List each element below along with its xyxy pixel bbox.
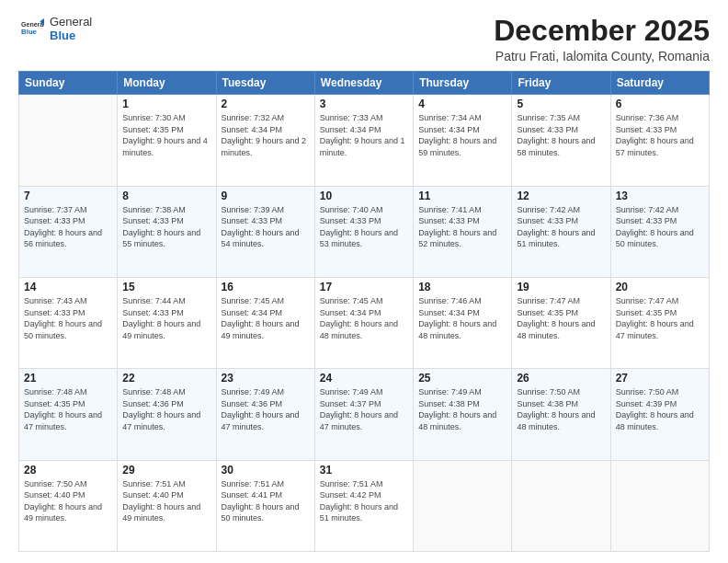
calendar-cell: 12Sunrise: 7:42 AMSunset: 4:33 PMDayligh…: [512, 186, 610, 277]
day-info: Sunrise: 7:44 AMSunset: 4:33 PMDaylight:…: [122, 295, 210, 341]
calendar-cell: 19Sunrise: 7:47 AMSunset: 4:35 PMDayligh…: [512, 277, 610, 368]
day-number: 1: [122, 98, 210, 110]
day-number: 27: [616, 372, 704, 385]
day-info: Sunrise: 7:45 AMSunset: 4:34 PMDaylight:…: [222, 295, 310, 341]
day-info: Sunrise: 7:35 AMSunset: 4:33 PMDaylight:…: [517, 112, 605, 158]
day-info: Sunrise: 7:47 AMSunset: 4:35 PMDaylight:…: [517, 295, 605, 341]
page-title: December 2025: [494, 15, 710, 47]
svg-text:General: General: [21, 21, 44, 28]
day-number: 5: [517, 98, 605, 110]
calendar-header-sunday: Sunday: [19, 72, 118, 95]
day-number: 19: [517, 281, 605, 293]
day-number: 26: [517, 372, 605, 385]
day-number: 11: [418, 190, 506, 202]
calendar-cell: 7Sunrise: 7:37 AMSunset: 4:33 PMDaylight…: [19, 186, 118, 277]
calendar-cell: [610, 460, 709, 551]
calendar-cell: 4Sunrise: 7:34 AMSunset: 4:34 PMDaylight…: [414, 95, 512, 186]
logo-blue: Blue: [50, 29, 92, 42]
calendar-cell: 18Sunrise: 7:46 AMSunset: 4:34 PMDayligh…: [414, 277, 512, 368]
day-info: Sunrise: 7:51 AMSunset: 4:40 PMDaylight:…: [122, 478, 210, 524]
day-number: 13: [616, 190, 704, 202]
calendar-week-row: 28Sunrise: 7:50 AMSunset: 4:40 PMDayligh…: [19, 460, 710, 551]
calendar-cell: 26Sunrise: 7:50 AMSunset: 4:38 PMDayligh…: [512, 369, 610, 460]
day-number: 22: [122, 372, 210, 385]
calendar-cell: 21Sunrise: 7:48 AMSunset: 4:35 PMDayligh…: [19, 369, 118, 460]
calendar-header-monday: Monday: [118, 72, 216, 95]
calendar-cell: 13Sunrise: 7:42 AMSunset: 4:33 PMDayligh…: [610, 186, 709, 277]
calendar-cell: 14Sunrise: 7:43 AMSunset: 4:33 PMDayligh…: [19, 277, 118, 368]
day-number: 6: [616, 98, 704, 110]
calendar-week-row: 7Sunrise: 7:37 AMSunset: 4:33 PMDaylight…: [19, 186, 710, 277]
day-info: Sunrise: 7:45 AMSunset: 4:34 PMDaylight:…: [320, 295, 408, 341]
page: General Blue General Blue December 2025 …: [0, 0, 728, 563]
day-info: Sunrise: 7:37 AMSunset: 4:33 PMDaylight:…: [24, 204, 112, 250]
day-info: Sunrise: 7:30 AMSunset: 4:35 PMDaylight:…: [122, 112, 210, 158]
calendar-cell: 5Sunrise: 7:35 AMSunset: 4:33 PMDaylight…: [512, 95, 610, 186]
day-info: Sunrise: 7:49 AMSunset: 4:38 PMDaylight:…: [418, 386, 506, 432]
day-number: 12: [517, 190, 605, 202]
calendar-table: SundayMondayTuesdayWednesdayThursdayFrid…: [18, 71, 710, 552]
day-number: 30: [222, 464, 310, 477]
calendar-header-saturday: Saturday: [610, 72, 709, 95]
day-number: 4: [418, 98, 506, 110]
calendar-cell: [19, 95, 118, 186]
page-subtitle: Patru Frati, Ialomita County, Romania: [494, 49, 710, 63]
calendar-header-tuesday: Tuesday: [216, 72, 314, 95]
calendar-cell: 31Sunrise: 7:51 AMSunset: 4:42 PMDayligh…: [314, 460, 413, 551]
calendar-header-thursday: Thursday: [414, 72, 512, 95]
day-number: 15: [122, 281, 210, 293]
calendar-header-row: SundayMondayTuesdayWednesdayThursdayFrid…: [19, 72, 710, 95]
calendar-cell: 9Sunrise: 7:39 AMSunset: 4:33 PMDaylight…: [216, 186, 314, 277]
logo-general: General: [50, 15, 92, 29]
day-info: Sunrise: 7:51 AMSunset: 4:42 PMDaylight:…: [320, 478, 408, 524]
calendar-cell: 15Sunrise: 7:44 AMSunset: 4:33 PMDayligh…: [118, 277, 216, 368]
day-info: Sunrise: 7:47 AMSunset: 4:35 PMDaylight:…: [616, 295, 704, 341]
day-info: Sunrise: 7:33 AMSunset: 4:34 PMDaylight:…: [320, 112, 408, 158]
calendar-week-row: 14Sunrise: 7:43 AMSunset: 4:33 PMDayligh…: [19, 277, 710, 368]
calendar-cell: 2Sunrise: 7:32 AMSunset: 4:34 PMDaylight…: [216, 95, 314, 186]
day-number: 14: [24, 281, 112, 293]
day-info: Sunrise: 7:48 AMSunset: 4:36 PMDaylight:…: [122, 386, 210, 432]
day-info: Sunrise: 7:48 AMSunset: 4:35 PMDaylight:…: [24, 386, 112, 432]
calendar-cell: 11Sunrise: 7:41 AMSunset: 4:33 PMDayligh…: [414, 186, 512, 277]
day-number: 23: [222, 372, 310, 385]
day-number: 9: [222, 190, 310, 202]
day-info: Sunrise: 7:40 AMSunset: 4:33 PMDaylight:…: [320, 204, 408, 250]
calendar-cell: [512, 460, 610, 551]
day-info: Sunrise: 7:32 AMSunset: 4:34 PMDaylight:…: [222, 112, 310, 158]
day-number: 31: [320, 464, 408, 477]
day-number: 16: [222, 281, 310, 293]
calendar-cell: 10Sunrise: 7:40 AMSunset: 4:33 PMDayligh…: [314, 186, 413, 277]
header: General Blue General Blue December 2025 …: [18, 15, 710, 63]
day-number: 21: [24, 372, 112, 385]
svg-text:Blue: Blue: [21, 28, 38, 36]
calendar-cell: 24Sunrise: 7:49 AMSunset: 4:37 PMDayligh…: [314, 369, 413, 460]
logo: General Blue General Blue: [18, 15, 92, 42]
title-block: December 2025 Patru Frati, Ialomita Coun…: [494, 15, 710, 63]
day-info: Sunrise: 7:42 AMSunset: 4:33 PMDaylight:…: [517, 204, 605, 250]
calendar-cell: 8Sunrise: 7:38 AMSunset: 4:33 PMDaylight…: [118, 186, 216, 277]
calendar-cell: 27Sunrise: 7:50 AMSunset: 4:39 PMDayligh…: [610, 369, 709, 460]
calendar-cell: 16Sunrise: 7:45 AMSunset: 4:34 PMDayligh…: [216, 277, 314, 368]
day-info: Sunrise: 7:49 AMSunset: 4:36 PMDaylight:…: [222, 386, 310, 432]
calendar-cell: 25Sunrise: 7:49 AMSunset: 4:38 PMDayligh…: [414, 369, 512, 460]
day-info: Sunrise: 7:50 AMSunset: 4:39 PMDaylight:…: [616, 386, 704, 432]
day-info: Sunrise: 7:36 AMSunset: 4:33 PMDaylight:…: [616, 112, 704, 158]
calendar-cell: 22Sunrise: 7:48 AMSunset: 4:36 PMDayligh…: [118, 369, 216, 460]
day-number: 24: [320, 372, 408, 385]
day-number: 20: [616, 281, 704, 293]
day-info: Sunrise: 7:39 AMSunset: 4:33 PMDaylight:…: [222, 204, 310, 250]
day-number: 25: [418, 372, 506, 385]
day-number: 28: [24, 464, 112, 477]
day-number: 7: [24, 190, 112, 202]
day-number: 29: [122, 464, 210, 477]
day-number: 8: [122, 190, 210, 202]
calendar-cell: 6Sunrise: 7:36 AMSunset: 4:33 PMDaylight…: [610, 95, 709, 186]
day-number: 3: [320, 98, 408, 110]
day-number: 2: [222, 98, 310, 110]
day-info: Sunrise: 7:43 AMSunset: 4:33 PMDaylight:…: [24, 295, 112, 341]
calendar-cell: 20Sunrise: 7:47 AMSunset: 4:35 PMDayligh…: [610, 277, 709, 368]
calendar-header-wednesday: Wednesday: [314, 72, 413, 95]
day-info: Sunrise: 7:46 AMSunset: 4:34 PMDaylight:…: [418, 295, 506, 341]
day-info: Sunrise: 7:50 AMSunset: 4:40 PMDaylight:…: [24, 478, 112, 524]
